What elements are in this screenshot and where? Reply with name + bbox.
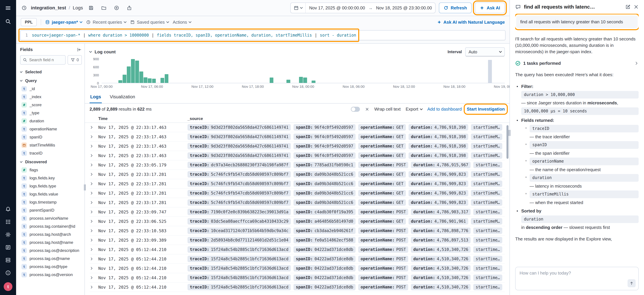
refresh-button[interactable]: Refresh [439, 3, 472, 13]
expand-row-icon[interactable] [90, 125, 98, 129]
field-item[interactable]: #duration [20, 117, 82, 125]
export-menu[interactable]: Export [406, 107, 422, 112]
table-row[interactable]: Nov 17, 2025 @ 05:12:44.210traceID:15f24… [90, 245, 505, 254]
collapse-panel-icon[interactable] [77, 47, 82, 52]
table-row[interactable]: Nov 17, 2025 @ 22:33:17.463traceID:9d3d2… [90, 123, 505, 132]
field-item[interactable]: tlogs.fields.value [20, 190, 82, 198]
field-item[interactable]: #flags [20, 166, 82, 174]
ask-ai-natural-language-link[interactable]: Ask AI with Natural Language [437, 20, 505, 25]
expand-row-icon[interactable] [90, 257, 98, 261]
avatar[interactable]: t [4, 282, 12, 291]
field-item[interactable]: tprocess.tag.host@arch [20, 230, 82, 238]
field-item[interactable]: tprocess.tag.os@version [20, 271, 82, 279]
clear-icon[interactable] [365, 107, 369, 111]
tab-visualization[interactable]: Visualization [109, 91, 136, 103]
field-filter-button[interactable]: 0 [68, 55, 82, 65]
field-item[interactable]: #_score [20, 101, 82, 109]
field-section-header[interactable]: Discovered [20, 157, 82, 166]
hamburger-menu-icon[interactable] [5, 5, 12, 12]
table-row[interactable]: Nov 17, 2025 @ 22:33:17.281traceID:5c746… [90, 170, 505, 179]
actions-menu[interactable]: Actions [173, 20, 191, 25]
wrap-cell-text-label[interactable]: Wrap cell text [374, 107, 401, 112]
expand-row-icon[interactable] [90, 144, 98, 148]
add-icon[interactable] [112, 3, 121, 13]
field-item[interactable]: tlogs.fields.key [20, 174, 82, 182]
open-folder-icon[interactable] [99, 3, 108, 13]
expand-row-icon[interactable] [90, 276, 98, 280]
table-row[interactable]: Nov 17, 2025 @ 05:12:44.210traceID:15f24… [90, 264, 505, 273]
table-row[interactable]: Nov 17, 2025 @ 05:12:44.210traceID:15f24… [90, 273, 505, 282]
field-item[interactable]: t_id [20, 85, 82, 93]
date-range-picker[interactable]: Nov 17, 2025 @ 00:00:00.00 → Nov 18, 202… [290, 3, 436, 13]
close-icon[interactable] [634, 4, 639, 10]
expand-row-icon[interactable] [90, 238, 98, 242]
field-search-input[interactable] [29, 58, 63, 62]
apps-grid-icon[interactable] [5, 218, 12, 225]
send-button[interactable] [628, 279, 636, 287]
expand-row-icon[interactable] [90, 229, 98, 233]
field-item[interactable]: ttraceID [20, 149, 82, 157]
field-item[interactable]: tprocess.tag.host@name [20, 238, 82, 246]
column-time[interactable]: Time [98, 116, 188, 121]
interval-select[interactable]: Auto [465, 47, 505, 56]
gear-icon[interactable] [5, 231, 12, 238]
table-row[interactable]: Nov 17, 2025 @ 05:12:44.210traceID:15f24… [90, 282, 505, 292]
field-search[interactable] [20, 55, 66, 65]
date-start[interactable]: Nov 17, 2025 @ 00:00:00.00 [306, 5, 368, 11]
table-row[interactable]: Nov 17, 2025 @ 05:12:44.210traceID:15f24… [90, 254, 505, 264]
table-row[interactable]: Nov 17, 2025 @ 22:33:17.463traceID:9d3d2… [90, 132, 505, 142]
ask-ai-button[interactable]: Ask AI [475, 3, 505, 13]
field-item[interactable]: tparentSpanID [20, 206, 82, 214]
query-language-selector[interactable]: PPL [21, 18, 37, 26]
field-item[interactable]: toperationName [20, 125, 82, 133]
expand-row-icon[interactable] [90, 219, 98, 223]
share-icon[interactable] [124, 3, 134, 13]
wrap-toggle[interactable] [351, 107, 360, 112]
info-icon[interactable] [5, 269, 12, 276]
expand-row-icon[interactable] [90, 285, 98, 289]
saved-queries-menu[interactable]: Saved queries [130, 20, 169, 25]
field-item[interactable]: t_type [20, 109, 82, 117]
query-text[interactable]: source=jaeger-span-* | where duration > … [32, 33, 356, 38]
expand-row-icon[interactable] [90, 163, 98, 167]
table-row[interactable]: Nov 17, 2025 @ 22:33:05.179traceID:dc97a… [90, 160, 505, 170]
add-to-dashboard-link[interactable]: Add to dashboard [427, 107, 462, 112]
start-investigation-link[interactable]: Start Investigation [467, 107, 505, 112]
table-row[interactable]: Nov 17, 2025 @ 22:33:17.281traceID:5c746… [90, 189, 505, 198]
expand-row-icon[interactable] [90, 247, 98, 251]
field-section-header[interactable]: Query [20, 76, 82, 85]
dataset-selector[interactable]: jaeger-span* [45, 20, 82, 25]
save-icon[interactable] [86, 3, 96, 13]
breadcrumb-app[interactable]: integration_test [31, 5, 66, 11]
recent-queries-menu[interactable]: Recent queries [86, 20, 126, 25]
field-item[interactable]: tprocess.serviceName [20, 214, 82, 222]
history-icon[interactable] [21, 5, 28, 11]
expand-row-icon[interactable] [90, 210, 98, 214]
panel-resize-handle[interactable] [84, 184, 86, 190]
table-row[interactable]: Nov 17, 2025 @ 22:33:17.281traceID:5c746… [90, 179, 505, 189]
tasks-performed[interactable]: 1 tasks performed [515, 61, 639, 66]
expand-row-icon[interactable] [90, 200, 98, 205]
field-item[interactable]: tprocess.tag.os@name [20, 254, 82, 263]
table-row[interactable]: Nov 17, 2025 @ 22:33:17.463traceID:9d3d2… [90, 151, 505, 160]
table-row[interactable]: Nov 17, 2025 @ 22:33:17.281traceID:5c746… [90, 198, 505, 207]
notifications-icon[interactable] [5, 206, 12, 212]
log-list-icon[interactable] [5, 244, 12, 251]
field-item[interactable]: tlogs.timestamp [20, 198, 82, 206]
field-item[interactable]: tspanID [20, 133, 82, 141]
calendar-icon[interactable] [291, 3, 306, 13]
expand-row-icon[interactable] [90, 172, 98, 176]
table-row[interactable]: Nov 17, 2025 @ 22:33:17.463traceID:9d3d2… [90, 142, 505, 151]
breadcrumb-page[interactable]: Logs [73, 5, 83, 11]
expand-row-icon[interactable] [90, 182, 98, 186]
chat-input[interactable]: How can I help you today? [515, 267, 639, 290]
table-row[interactable]: Nov 17, 2025 @ 22:33:06.525traceID:03dc5… [90, 217, 505, 226]
chat-resize-handle[interactable] [508, 130, 511, 136]
date-end[interactable]: Nov 18, 2025 @ 23:30:00.00 [373, 5, 435, 11]
new-chat-icon[interactable] [625, 4, 630, 10]
expand-row-icon[interactable] [90, 266, 98, 270]
field-section-header[interactable]: Selected [20, 67, 82, 76]
expand-row-icon[interactable] [90, 191, 98, 195]
tab-logs[interactable]: Logs [90, 91, 102, 103]
table-row[interactable]: Nov 17, 2025 @ 22:33:10.583traceID:10cea… [90, 226, 505, 236]
